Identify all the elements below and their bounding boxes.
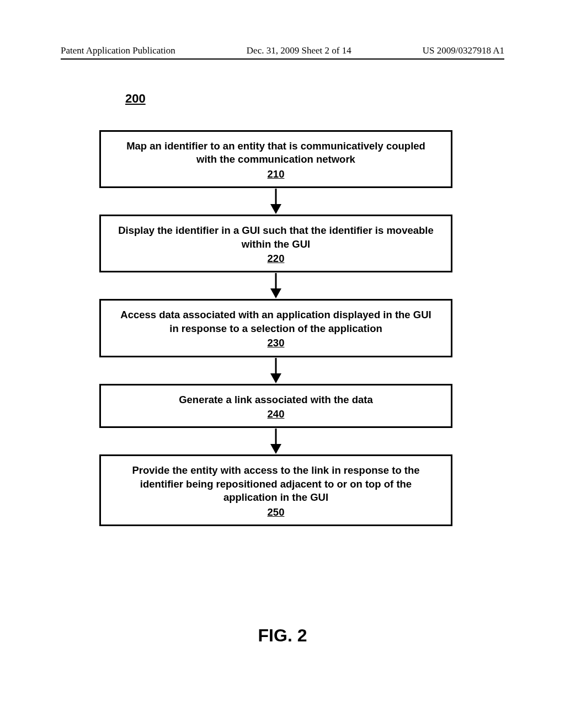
flow-step-text: Provide the entity with access to the li… <box>132 464 419 503</box>
flow-step-text: Map an identifier to an entity that is c… <box>126 140 425 165</box>
svg-marker-3 <box>270 288 281 298</box>
flow-step-240: Generate a link associated with the data… <box>99 384 452 429</box>
flow-step-ref: 220 <box>115 252 436 265</box>
arrow-down-icon <box>269 189 282 214</box>
arrow-down-icon <box>269 358 282 383</box>
flow-step-220: Display the identifier in a GUI such tha… <box>99 215 452 272</box>
figure-caption: FIG. 2 <box>0 625 565 646</box>
svg-marker-5 <box>270 373 281 383</box>
header-center: Dec. 31, 2009 Sheet 2 of 14 <box>247 45 351 56</box>
flow-arrow <box>99 272 452 299</box>
header-left: Patent Application Publication <box>61 45 175 56</box>
flow-arrow <box>99 428 452 454</box>
figure-reference-number: 200 <box>125 92 146 106</box>
svg-marker-7 <box>270 444 281 454</box>
header-right: US 2009/0327918 A1 <box>423 45 504 56</box>
flow-step-text: Access data associated with an applicati… <box>120 309 431 334</box>
flow-arrow <box>99 188 452 215</box>
arrow-down-icon <box>269 273 282 298</box>
flow-step-ref: 210 <box>115 168 436 181</box>
flow-step-ref: 230 <box>115 336 436 350</box>
page-header: Patent Application Publication Dec. 31, … <box>61 45 504 56</box>
flow-step-ref: 250 <box>115 506 436 519</box>
flow-step-230: Access data associated with an applicati… <box>99 299 452 357</box>
flow-step-250: Provide the entity with access to the li… <box>99 454 452 526</box>
arrow-down-icon <box>269 429 282 454</box>
flowchart: Map an identifier to an entity that is c… <box>99 130 452 526</box>
svg-marker-1 <box>270 204 281 214</box>
flow-arrow <box>99 357 452 384</box>
flow-step-text: Generate a link associated with the data <box>179 394 373 405</box>
header-rule <box>61 58 504 60</box>
flow-step-text: Display the identifier in a GUI such tha… <box>118 224 434 249</box>
flow-step-210: Map an identifier to an entity that is c… <box>99 130 452 188</box>
flow-step-ref: 240 <box>115 408 436 421</box>
